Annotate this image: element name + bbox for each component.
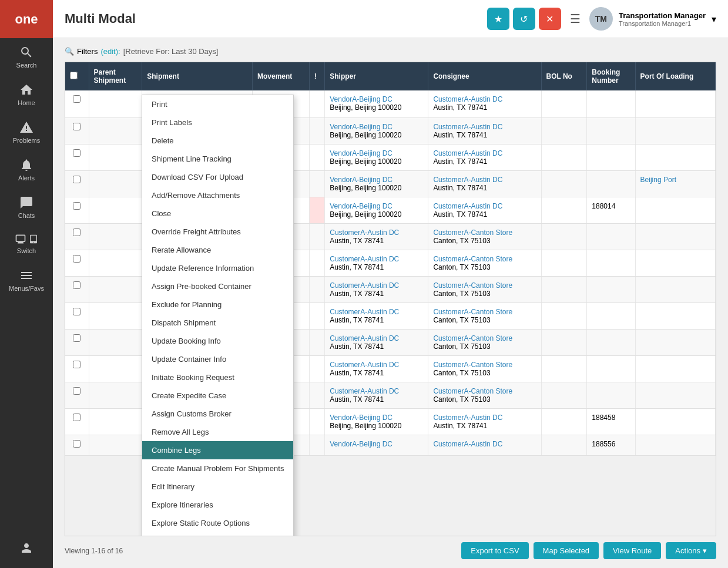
booking-number-cell bbox=[587, 277, 635, 303]
context-menu-item-edit_itinerary[interactable]: Edit Itinerary bbox=[142, 478, 293, 496]
select-all-checkbox[interactable] bbox=[70, 72, 78, 79]
export-csv-button[interactable]: Export to CSV bbox=[461, 542, 528, 559]
shipper-link[interactable]: CustomerA-Austin DC bbox=[330, 228, 399, 237]
consignee-link[interactable]: CustomerA-Canton Store bbox=[433, 308, 512, 316]
parent-shipment-cell bbox=[89, 382, 142, 409]
shipper-link[interactable]: CustomerA-Austin DC bbox=[330, 308, 399, 316]
close-button[interactable]: ✕ bbox=[539, 8, 561, 30]
sidebar-item-search[interactable]: Search bbox=[0, 38, 53, 76]
shipper-link[interactable]: CustomerA-Austin DC bbox=[330, 361, 399, 369]
star-button[interactable]: ★ bbox=[487, 8, 509, 30]
row-checkbox[interactable] bbox=[73, 149, 80, 157]
context-menu-item-print[interactable]: Print bbox=[142, 95, 293, 113]
context-menu-item-rerate_allowance[interactable]: Rerate Allowance bbox=[142, 241, 293, 259]
row-checkbox[interactable] bbox=[73, 334, 80, 342]
row-checkbox[interactable] bbox=[73, 255, 80, 263]
user-dropdown-button[interactable]: ▾ bbox=[712, 14, 716, 25]
consignee-link[interactable]: CustomerA-Canton Store bbox=[433, 387, 512, 395]
context-menu-item-add_remove_attachments[interactable]: Add/Remove Attachments bbox=[142, 186, 293, 204]
row-checkbox[interactable] bbox=[73, 123, 80, 130]
consignee-link[interactable]: CustomerA-Austin DC bbox=[433, 414, 502, 422]
row-checkbox[interactable] bbox=[73, 440, 80, 448]
consignee-addr: Austin, TX 78741 bbox=[433, 184, 487, 192]
col-checkbox bbox=[65, 62, 89, 90]
row-checkbox[interactable] bbox=[73, 281, 80, 289]
sidebar-item-chats[interactable]: Chats bbox=[0, 189, 53, 226]
context-menu-item-initiate_booking[interactable]: Initiate Booking Request bbox=[142, 368, 293, 386]
context-menu-item-delete[interactable]: Delete bbox=[142, 132, 293, 150]
context-menu-item-create_manual_problem[interactable]: Create Manual Problem For Shipments bbox=[142, 459, 293, 478]
row-checkbox[interactable] bbox=[73, 387, 80, 395]
consignee-link[interactable]: CustomerA-Austin DC bbox=[433, 176, 502, 184]
filter-edit-link[interactable]: (edit): bbox=[100, 47, 120, 56]
consignee-link[interactable]: CustomerA-Austin DC bbox=[433, 440, 502, 448]
consignee-cell: CustomerA-Canton Store Canton, TX 75103 bbox=[428, 224, 541, 250]
context-menu-item-dispatch_shipment[interactable]: Dispatch Shipment bbox=[142, 314, 293, 332]
consignee-link[interactable]: CustomerA-Canton Store bbox=[433, 361, 512, 369]
row-checkbox[interactable] bbox=[73, 176, 80, 183]
sidebar-item-menus[interactable]: Menus/Favs bbox=[0, 261, 53, 299]
shipper-link[interactable]: VendorA-Beijing DC bbox=[330, 176, 392, 184]
avatar: TM bbox=[589, 7, 613, 31]
consignee-link[interactable]: CustomerA-Austin DC bbox=[433, 149, 502, 157]
shipper-link[interactable]: VendorA-Beijing DC bbox=[330, 414, 392, 422]
shipper-link[interactable]: CustomerA-Austin DC bbox=[330, 334, 399, 342]
consignee-link[interactable]: CustomerA-Austin DC bbox=[433, 123, 502, 131]
sidebar-bottom bbox=[0, 534, 53, 568]
sidebar-item-alerts[interactable]: Alerts bbox=[0, 151, 53, 189]
row-checkbox[interactable] bbox=[73, 202, 80, 210]
row-checkbox[interactable] bbox=[73, 228, 80, 236]
context-menu-item-explore_static_route[interactable]: Explore Static Route Options bbox=[142, 514, 293, 532]
shipper-link[interactable]: VendorA-Beijing DC bbox=[330, 440, 392, 448]
context-menu-item-print_labels[interactable]: Print Labels bbox=[142, 113, 293, 132]
context-menu-item-combine_legs[interactable]: Combine Legs bbox=[142, 441, 293, 459]
shipper-link[interactable]: CustomerA-Austin DC bbox=[330, 387, 399, 395]
view-route-button[interactable]: View Route bbox=[603, 542, 661, 559]
context-menu-item-update_container_info[interactable]: Update Container Info bbox=[142, 350, 293, 368]
row-checkbox[interactable] bbox=[73, 361, 80, 368]
hamburger-menu-button[interactable]: ☰ bbox=[570, 12, 581, 26]
port-of-loading-cell bbox=[635, 330, 715, 356]
consignee-link[interactable]: CustomerA-Canton Store bbox=[433, 281, 512, 290]
row-checkbox[interactable] bbox=[73, 308, 80, 315]
sidebar-item-user-profile[interactable] bbox=[0, 534, 53, 562]
context-menu-item-explore_itineraries[interactable]: Explore Itineraries bbox=[142, 496, 293, 514]
header-buttons: ★ ↺ ✕ bbox=[487, 8, 561, 30]
shipper-link[interactable]: CustomerA-Austin DC bbox=[330, 255, 399, 263]
shipper-link[interactable]: VendorA-Beijing DC bbox=[330, 149, 392, 157]
context-menu-item-download_csv[interactable]: Download CSV For Upload bbox=[142, 168, 293, 186]
context-menu-item-assign_prebooked[interactable]: Assign Pre-booked Container bbox=[142, 277, 293, 295]
app-logo: one bbox=[0, 0, 53, 38]
port-link[interactable]: Beijing Port bbox=[640, 176, 676, 184]
shipper-link[interactable]: CustomerA-Austin DC bbox=[330, 281, 399, 290]
consignee-link[interactable]: CustomerA-Austin DC bbox=[433, 202, 502, 210]
consignee-link[interactable]: CustomerA-Canton Store bbox=[433, 255, 512, 263]
parent-shipment-cell bbox=[89, 435, 142, 456]
context-menu-item-copy_shipment[interactable]: Copy Shipment bbox=[142, 532, 293, 536]
actions-button[interactable]: Actions ▾ bbox=[666, 542, 716, 559]
sidebar-item-problems[interactable]: Problems bbox=[0, 113, 53, 151]
context-menu-item-create_expedite[interactable]: Create Expedite Case bbox=[142, 386, 293, 405]
context-menu-item-exclude_planning[interactable]: Exclude for Planning bbox=[142, 295, 293, 314]
shipper-link[interactable]: VendorA-Beijing DC bbox=[330, 95, 392, 103]
refresh-button[interactable]: ↺ bbox=[513, 8, 535, 30]
context-menu-item-assign_customs_broker[interactable]: Assign Customs Broker bbox=[142, 405, 293, 423]
consignee-link[interactable]: CustomerA-Canton Store bbox=[433, 228, 512, 237]
consignee-link[interactable]: CustomerA-Austin DC bbox=[433, 95, 502, 103]
context-menu-item-close[interactable]: Close bbox=[142, 204, 293, 223]
map-selected-button[interactable]: Map Selected bbox=[534, 542, 599, 559]
row-checkbox[interactable] bbox=[73, 95, 80, 103]
context-menu-item-remove_all_legs[interactable]: Remove All Legs bbox=[142, 423, 293, 441]
context-menu-item-update_reference[interactable]: Update Reference Information bbox=[142, 259, 293, 277]
shipper-link[interactable]: VendorA-Beijing DC bbox=[330, 202, 392, 210]
context-menu-item-override_freight[interactable]: Override Freight Attributes bbox=[142, 223, 293, 241]
consignee-cell: CustomerA-Canton Store Canton, TX 75103 bbox=[428, 250, 541, 277]
context-menu-item-shipment_line_tracking[interactable]: Shipment Line Tracking bbox=[142, 150, 293, 168]
sidebar-item-home[interactable]: Home bbox=[0, 76, 53, 113]
row-checkbox[interactable] bbox=[73, 414, 80, 421]
sidebar-item-switch[interactable]: Switch bbox=[0, 226, 53, 261]
consignee-link[interactable]: CustomerA-Canton Store bbox=[433, 334, 512, 342]
context-menu-item-update_booking_info[interactable]: Update Booking Info bbox=[142, 332, 293, 350]
data-table-container: ParentShipment Shipment Movement ! Shipp… bbox=[65, 62, 716, 536]
shipper-link[interactable]: VendorA-Beijing DC bbox=[330, 123, 392, 131]
